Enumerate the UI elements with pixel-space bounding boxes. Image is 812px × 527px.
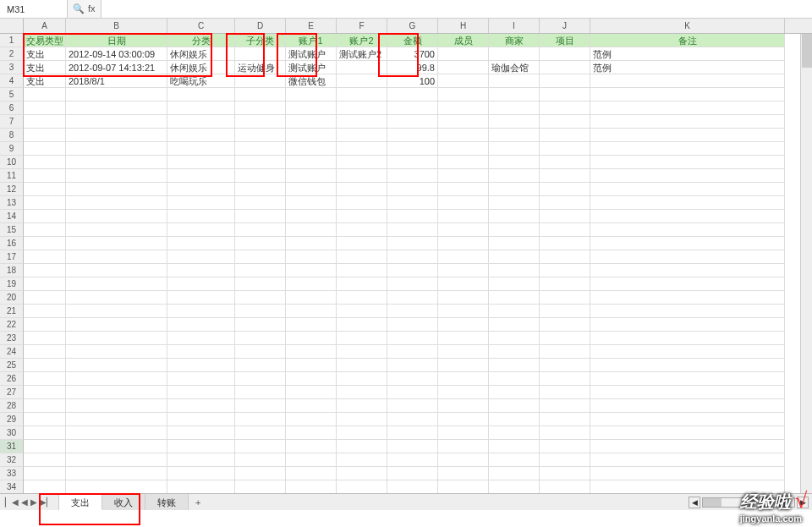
cell[interactable]: [24, 372, 66, 386]
cell[interactable]: [66, 453, 167, 467]
cell[interactable]: [337, 142, 387, 156]
cell[interactable]: [438, 426, 489, 440]
cell[interactable]: [438, 480, 489, 494]
cell[interactable]: [387, 372, 438, 386]
cell[interactable]: 微信钱包: [286, 74, 337, 88]
row-header[interactable]: 32: [0, 453, 24, 467]
column-header[interactable]: C: [167, 19, 235, 33]
cell[interactable]: [590, 332, 785, 345]
cell[interactable]: [438, 237, 489, 250]
cell[interactable]: [540, 426, 590, 440]
cell[interactable]: 测试账户: [286, 47, 337, 61]
cell[interactable]: [438, 156, 489, 169]
add-sheet-button[interactable]: +: [189, 494, 207, 511]
cell[interactable]: 子分类: [235, 34, 286, 47]
cell[interactable]: [24, 129, 66, 142]
cell[interactable]: [167, 399, 235, 413]
cell[interactable]: [286, 386, 337, 399]
cell[interactable]: [286, 142, 337, 156]
cell[interactable]: [337, 440, 387, 453]
cell[interactable]: 测试账户2: [337, 47, 387, 61]
cell[interactable]: [235, 480, 286, 494]
cell[interactable]: [540, 453, 590, 467]
cell[interactable]: [489, 372, 540, 386]
row-header[interactable]: 22: [0, 318, 24, 332]
column-header[interactable]: F: [337, 19, 387, 33]
cell[interactable]: [590, 142, 785, 156]
column-header[interactable]: A: [24, 19, 66, 33]
row-header[interactable]: 18: [0, 264, 24, 277]
cell[interactable]: [590, 210, 785, 223]
cell[interactable]: [590, 372, 785, 386]
sheet-tab[interactable]: 转账: [145, 494, 189, 510]
cell[interactable]: [540, 318, 590, 332]
cell[interactable]: [489, 74, 540, 88]
cell[interactable]: [387, 115, 438, 129]
cell[interactable]: [235, 359, 286, 372]
column-header[interactable]: I: [489, 19, 540, 33]
cell[interactable]: [66, 169, 167, 183]
cell[interactable]: [438, 386, 489, 399]
cell[interactable]: [590, 399, 785, 413]
column-header[interactable]: B: [66, 19, 167, 33]
cell[interactable]: [167, 305, 235, 318]
cell[interactable]: [590, 453, 785, 467]
cell[interactable]: [66, 426, 167, 440]
cell[interactable]: [489, 291, 540, 305]
cell[interactable]: [489, 115, 540, 129]
cell[interactable]: [286, 440, 337, 453]
cell[interactable]: [167, 156, 235, 169]
cell[interactable]: [337, 264, 387, 277]
cell[interactable]: 商家: [489, 34, 540, 47]
cell[interactable]: [337, 61, 387, 74]
cell[interactable]: [337, 359, 387, 372]
cell[interactable]: [337, 426, 387, 440]
cell[interactable]: [387, 386, 438, 399]
cell[interactable]: [438, 74, 489, 88]
row-header[interactable]: 29: [0, 413, 24, 426]
cell[interactable]: 休闲娱乐: [167, 61, 235, 74]
cell[interactable]: [24, 359, 66, 372]
cell[interactable]: [337, 115, 387, 129]
row-header[interactable]: 10: [0, 156, 24, 169]
row-header[interactable]: 2: [0, 47, 24, 61]
cell[interactable]: [235, 129, 286, 142]
cell[interactable]: [24, 88, 66, 102]
next-sheet-icon[interactable]: ▶: [30, 498, 37, 507]
formula-input[interactable]: [102, 0, 812, 18]
cell[interactable]: [66, 467, 167, 480]
cell[interactable]: [337, 196, 387, 210]
cell[interactable]: [337, 480, 387, 494]
cell[interactable]: [235, 196, 286, 210]
cell[interactable]: [66, 196, 167, 210]
cell[interactable]: [24, 196, 66, 210]
cell[interactable]: [167, 129, 235, 142]
cell[interactable]: [167, 332, 235, 345]
cell[interactable]: [387, 318, 438, 332]
cell[interactable]: [235, 47, 286, 61]
cell[interactable]: [387, 480, 438, 494]
cell[interactable]: [286, 332, 337, 345]
cell[interactable]: [337, 183, 387, 196]
cell[interactable]: 账户2: [337, 34, 387, 47]
cell[interactable]: [337, 169, 387, 183]
cell[interactable]: [66, 264, 167, 277]
row-header[interactable]: 12: [0, 183, 24, 196]
cell[interactable]: [167, 102, 235, 115]
cell[interactable]: [540, 480, 590, 494]
cell[interactable]: [66, 223, 167, 237]
search-icon[interactable]: 🔍: [73, 4, 85, 14]
cell[interactable]: 测试账户: [286, 61, 337, 74]
cell[interactable]: [590, 426, 785, 440]
cell[interactable]: [66, 386, 167, 399]
cell[interactable]: [235, 169, 286, 183]
cell[interactable]: [540, 102, 590, 115]
cell[interactable]: [540, 74, 590, 88]
cell[interactable]: [540, 196, 590, 210]
cell[interactable]: [24, 305, 66, 318]
cell[interactable]: [286, 399, 337, 413]
cell[interactable]: [590, 250, 785, 264]
cell[interactable]: [337, 88, 387, 102]
cell[interactable]: [66, 237, 167, 250]
cell[interactable]: 休闲娱乐: [167, 47, 235, 61]
